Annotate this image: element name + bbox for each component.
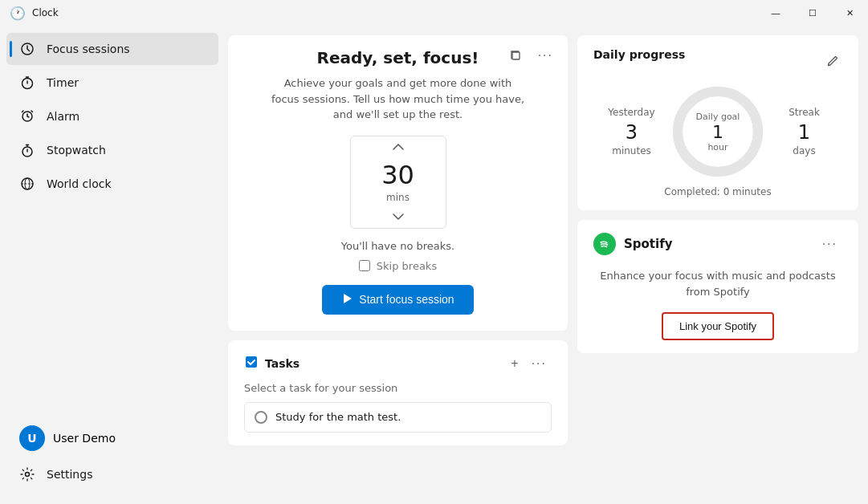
- avatar-initials: U: [27, 432, 36, 445]
- skip-breaks-label[interactable]: Skip breaks: [377, 260, 437, 272]
- time-down-button[interactable]: [351, 206, 446, 228]
- dp-circle: Daily goal 1 hour: [670, 83, 766, 180]
- time-up-button[interactable]: [351, 136, 446, 158]
- spotify-name: Spotify: [624, 237, 672, 251]
- more-icon: ···: [538, 48, 553, 63]
- time-picker: 30 mins: [350, 136, 446, 229]
- no-breaks-text: You'll have no breaks.: [244, 240, 552, 252]
- sidebar-label-stopwatch: Stopwatch: [47, 144, 106, 156]
- dp-header: Daily progress: [593, 48, 842, 74]
- sidebar-bottom: U User Demo Settings: [0, 418, 225, 498]
- dp-edit-button[interactable]: [823, 53, 842, 69]
- avatar: U: [19, 425, 45, 451]
- focus-card: ··· Ready, set, focus! Achieve your goal…: [228, 35, 568, 331]
- start-btn-label: Start focus session: [359, 293, 454, 306]
- add-task-button[interactable]: +: [506, 353, 523, 374]
- sidebar: Focus sessions Timer Alarm: [0, 26, 225, 504]
- dp-title: Daily progress: [593, 48, 685, 61]
- spotify-more-icon: ···: [822, 237, 837, 251]
- sidebar-item-focus-sessions[interactable]: Focus sessions: [6, 33, 218, 65]
- daily-progress-card: Daily progress Yesterday 3 minutes: [577, 35, 858, 210]
- user-item[interactable]: U User Demo: [6, 419, 218, 457]
- sidebar-item-timer[interactable]: Timer: [6, 67, 218, 99]
- dp-stats: Yesterday 3 minutes Daily goal: [593, 83, 842, 180]
- close-button[interactable]: ✕: [831, 0, 868, 26]
- task-item[interactable]: Study for the math test.: [244, 402, 552, 433]
- dp-circle-container: Daily goal 1 hour: [670, 83, 766, 180]
- user-name: User Demo: [53, 432, 116, 445]
- start-focus-button[interactable]: Start focus session: [322, 285, 473, 315]
- window-controls: — ☐ ✕: [757, 0, 868, 26]
- time-display: 30: [381, 158, 414, 192]
- streak-label: Streak: [766, 107, 842, 118]
- stopwatch-icon: [19, 142, 35, 158]
- play-icon: [341, 293, 352, 307]
- streak-unit: days: [766, 145, 842, 156]
- timer-icon: [19, 75, 35, 91]
- focus-card-header: ···: [504, 45, 558, 66]
- dp-completed: Completed: 0 minutes: [593, 186, 842, 197]
- sidebar-item-alarm[interactable]: Alarm: [6, 100, 218, 132]
- yesterday-label: Yesterday: [593, 107, 670, 118]
- svg-marker-7: [344, 294, 352, 303]
- minimize-button[interactable]: —: [757, 0, 794, 26]
- alarm-icon: [19, 108, 35, 124]
- svg-rect-6: [512, 52, 520, 59]
- app-body: Focus sessions Timer Alarm: [0, 26, 868, 504]
- tasks-check-icon: [244, 355, 259, 372]
- skip-breaks-row: Skip breaks: [244, 260, 552, 272]
- yesterday-unit: minutes: [593, 145, 670, 156]
- focus-subtitle: Achieve your goals and get more done wit…: [270, 75, 527, 123]
- app-icon: 🕐: [10, 5, 26, 21]
- spotify-logo-row: Spotify: [593, 233, 672, 255]
- dp-yesterday: Yesterday 3 minutes: [593, 107, 670, 156]
- titlebar-left: 🕐 Clock: [10, 5, 59, 21]
- tasks-title: Tasks: [265, 357, 498, 370]
- app-title: Clock: [32, 7, 59, 18]
- main-content: ··· Ready, set, focus! Achieve your goal…: [225, 26, 868, 504]
- svg-point-3: [22, 178, 33, 189]
- titlebar: 🕐 Clock — ☐ ✕: [0, 0, 868, 26]
- focus-more-button[interactable]: ···: [533, 45, 558, 66]
- dp-circle-inner: Daily goal 1 hour: [696, 112, 740, 152]
- time-unit: mins: [386, 192, 410, 206]
- tasks-card: Tasks + ··· Select a task for your sessi…: [228, 340, 568, 445]
- right-panel: Daily progress Yesterday 3 minutes: [577, 35, 858, 494]
- sidebar-item-stopwatch[interactable]: Stopwatch: [6, 134, 218, 166]
- yesterday-value: 3: [593, 121, 670, 144]
- tasks-more-button[interactable]: ···: [527, 353, 552, 374]
- sidebar-label-world-clock: World clock: [47, 177, 112, 190]
- maximize-button[interactable]: ☐: [794, 0, 831, 26]
- chevron-up-icon: [393, 141, 404, 153]
- settings-label: Settings: [47, 468, 92, 481]
- tasks-subtitle: Select a task for your session: [244, 382, 552, 394]
- skip-breaks-checkbox[interactable]: [359, 260, 370, 271]
- spotify-description: Enhance your focus with music and podcas…: [593, 268, 842, 299]
- left-panel: ··· Ready, set, focus! Achieve your goal…: [228, 35, 568, 494]
- active-indicator: [10, 41, 12, 57]
- focus-sessions-icon: [19, 41, 35, 57]
- task-radio[interactable]: [255, 411, 267, 424]
- tasks-header: Tasks + ···: [244, 353, 552, 374]
- sidebar-item-settings[interactable]: Settings: [6, 458, 218, 490]
- streak-value: 1: [766, 121, 842, 144]
- goal-label: Daily goal: [696, 112, 740, 122]
- spotify-link-button[interactable]: Link your Spotify: [662, 312, 774, 340]
- duplicate-button[interactable]: [504, 45, 527, 66]
- spotify-card: Spotify ··· Enhance your focus with musi…: [577, 220, 858, 353]
- sidebar-item-world-clock[interactable]: World clock: [6, 168, 218, 200]
- sidebar-label-focus-sessions: Focus sessions: [47, 43, 130, 55]
- spotify-header: Spotify ···: [593, 233, 842, 255]
- goal-unit: hour: [696, 142, 740, 152]
- sidebar-label-timer: Timer: [47, 76, 79, 89]
- goal-value: 1: [696, 122, 740, 142]
- plus-icon: +: [511, 356, 518, 371]
- chevron-down-icon: [393, 211, 404, 223]
- task-text: Study for the math test.: [275, 411, 401, 423]
- spotify-more-button[interactable]: ···: [817, 234, 842, 254]
- svg-point-5: [26, 473, 30, 477]
- settings-icon: [19, 466, 35, 482]
- spotify-logo-icon: [593, 233, 616, 255]
- tasks-title-row: Tasks: [244, 355, 498, 372]
- world-clock-icon: [19, 176, 35, 192]
